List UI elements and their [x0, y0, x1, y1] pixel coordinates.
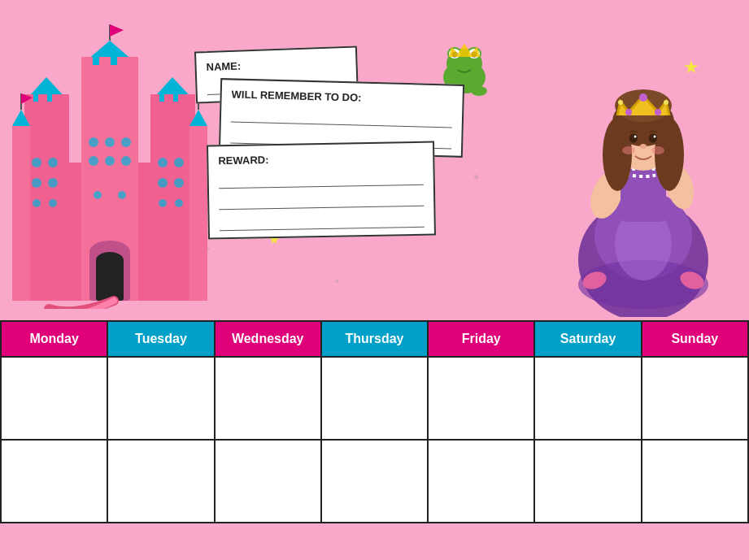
svg-point-38: [105, 156, 115, 166]
cell-tue-2[interactable]: [108, 441, 215, 522]
cell-wed-2[interactable]: [216, 441, 322, 522]
svg-point-32: [33, 199, 41, 207]
reward-label: REWARD:: [218, 154, 268, 167]
cell-mon-1[interactable]: [2, 358, 108, 439]
cell-fri-2[interactable]: [429, 441, 535, 522]
svg-rect-9: [127, 57, 138, 70]
svg-point-91: [651, 146, 664, 154]
svg-rect-19: [164, 94, 173, 106]
svg-point-92: [639, 93, 647, 102]
svg-point-42: [158, 158, 168, 167]
svg-rect-14: [52, 94, 61, 106]
svg-point-95: [618, 100, 623, 105]
svg-point-41: [118, 191, 126, 199]
day-sunday: Sunday: [642, 322, 747, 356]
svg-rect-22: [12, 146, 30, 301]
svg-point-28: [32, 158, 41, 167]
svg-rect-6: [81, 57, 93, 70]
cell-thu-1[interactable]: [322, 358, 429, 439]
svg-point-46: [159, 199, 167, 207]
svg-point-89: [640, 144, 647, 149]
svg-marker-57: [110, 24, 124, 37]
svg-rect-18: [150, 94, 159, 106]
svg-rect-17: [150, 102, 195, 131]
svg-point-94: [655, 109, 661, 115]
svg-rect-21: [186, 94, 195, 106]
svg-point-43: [174, 158, 184, 167]
name-label: NAME:: [206, 60, 241, 73]
svg-point-82: [603, 118, 632, 191]
svg-point-33: [49, 199, 57, 207]
svg-point-30: [32, 178, 41, 188]
svg-point-87: [634, 136, 637, 138]
svg-point-83: [655, 118, 684, 191]
cell-fri-1[interactable]: [429, 358, 535, 439]
svg-point-29: [48, 158, 58, 167]
day-saturday: Saturday: [535, 322, 642, 356]
svg-point-88: [654, 136, 656, 138]
cell-wed-1[interactable]: [216, 358, 322, 439]
svg-point-35: [105, 137, 115, 147]
remember-label: WILL REMEMBER TO DO:: [232, 88, 362, 103]
svg-rect-3: [150, 130, 195, 301]
chart-header-row: Monday Tuesday Wednesday Thursday Friday…: [0, 320, 749, 358]
day-thursday: Thursday: [322, 322, 429, 356]
reward-card: REWARD:: [207, 141, 436, 240]
day-friday: Friday: [429, 322, 535, 356]
svg-rect-20: [178, 94, 187, 106]
svg-point-37: [89, 156, 98, 166]
svg-rect-13: [38, 94, 47, 106]
cell-sun-1[interactable]: [642, 358, 747, 439]
svg-point-45: [174, 178, 184, 188]
svg-point-47: [175, 199, 183, 207]
cell-sat-2[interactable]: [535, 441, 642, 522]
cell-sun-2[interactable]: [642, 441, 747, 522]
svg-point-51: [96, 252, 124, 268]
day-tuesday: Tuesday: [108, 322, 215, 356]
cell-thu-2[interactable]: [322, 441, 429, 522]
svg-rect-11: [24, 102, 69, 131]
svg-rect-8: [117, 57, 128, 70]
day-monday: Monday: [2, 322, 108, 356]
svg-rect-7: [99, 57, 111, 70]
svg-point-31: [48, 178, 58, 188]
svg-point-44: [158, 178, 168, 188]
svg-point-34: [89, 137, 98, 147]
svg-rect-24: [12, 126, 30, 146]
svg-point-40: [94, 191, 102, 199]
svg-point-86: [649, 134, 657, 143]
chart-row-2: [0, 441, 749, 523]
svg-point-93: [625, 109, 632, 115]
svg-point-90: [622, 146, 635, 154]
cell-tue-1[interactable]: [108, 358, 215, 439]
svg-point-39: [121, 156, 131, 166]
svg-point-36: [121, 137, 131, 147]
svg-point-85: [629, 134, 638, 143]
cell-mon-2[interactable]: [2, 441, 108, 522]
svg-point-96: [664, 100, 668, 105]
day-wednesday: Wednesday: [216, 322, 322, 356]
princess-illustration: [562, 24, 733, 325]
svg-rect-15: [60, 94, 69, 106]
chart-row-1: [0, 358, 749, 441]
cell-sat-1[interactable]: [535, 358, 642, 439]
svg-rect-2: [24, 130, 69, 301]
form-area: NAME: WILL REMEMBER TO DO: REWARD:: [195, 49, 553, 244]
weekly-chart: Monday Tuesday Wednesday Thursday Friday…: [0, 320, 749, 560]
